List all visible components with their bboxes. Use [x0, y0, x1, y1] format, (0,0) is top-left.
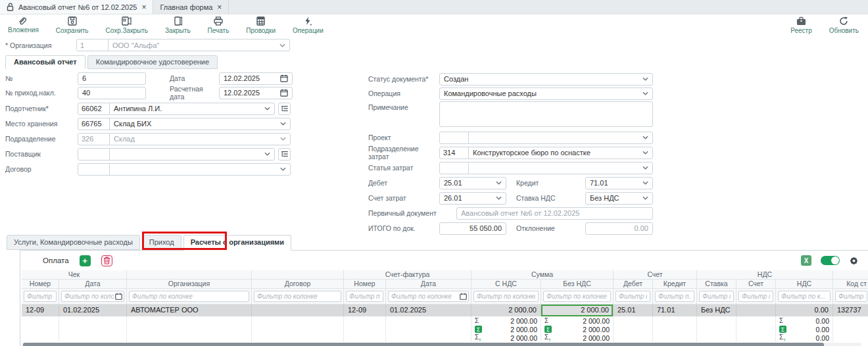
cost-account-select[interactable]: 26.01 [439, 192, 506, 205]
window-tab-advance-report[interactable]: Авансовый отчет №6 от 12.02.2025 × [0, 0, 153, 14]
filter-input[interactable] [61, 291, 124, 302]
receipt-no-label: № приход.накл. [5, 89, 78, 97]
delete-row-button[interactable] [101, 255, 112, 266]
calendar-icon[interactable] [280, 74, 288, 82]
receipt-no-field[interactable] [78, 87, 146, 99]
total-field[interactable] [439, 222, 506, 235]
row-cell-with-vat[interactable]: 2 000.00 [471, 305, 541, 316]
row-cell-contract[interactable] [252, 305, 344, 316]
row-cell-check-number[interactable]: 12-09 [22, 305, 59, 316]
cost-department-select[interactable]: 314 Конструкторское бюро по оснастке [439, 147, 653, 159]
postings-button[interactable]: Проводки [246, 16, 276, 34]
sigma-t-icon: Σт [544, 334, 550, 342]
row-cell-code[interactable]: 132737 [833, 305, 868, 316]
accountable-tree-button[interactable] [278, 103, 291, 115]
col-header-credit[interactable]: Кредит [653, 280, 697, 289]
organization-select[interactable]: 1 ООО "Альфа" [76, 39, 290, 51]
row-cell-check-date[interactable]: 01.02.2025 [59, 305, 127, 316]
tab-services-travel-expenses[interactable]: Услуги, Командировочные расходы [7, 235, 140, 250]
calc-date-label: Расчетная дата [170, 85, 219, 101]
credit-select[interactable]: 71.01 [585, 177, 653, 189]
no-field[interactable] [78, 72, 146, 85]
accountable-select[interactable]: 66062 Антипина Л.И. [78, 103, 275, 115]
filter-input[interactable] [129, 291, 249, 302]
calendar-icon[interactable] [280, 89, 288, 97]
col-header-vat-account[interactable]: Счет [736, 280, 776, 289]
col-header-organization[interactable]: Организация [127, 280, 252, 289]
document-form: № Дата № приход.накл. Расчетная дата Под… [0, 69, 868, 235]
filter-input[interactable] [24, 291, 57, 302]
row-cell-invoice-number[interactable]: 12-09 [344, 305, 386, 316]
settings-gear-button[interactable] [849, 256, 859, 266]
col-header-vat[interactable]: НДС [776, 280, 833, 289]
filter-input[interactable] [254, 291, 341, 302]
tab-receipt[interactable]: Приход [142, 235, 181, 250]
chevron-down-icon [496, 181, 502, 185]
operations-button[interactable]: Операции [293, 16, 324, 34]
filter-input[interactable] [738, 291, 773, 302]
col-header-rate[interactable]: Ставка [697, 280, 736, 289]
excel-export-button[interactable]: X [801, 255, 811, 266]
row-cell-without-vat-selected[interactable]: 2 000.00 [541, 305, 614, 316]
hierarchy-icon [281, 150, 289, 158]
filter-input[interactable] [473, 291, 539, 302]
filter-cell [833, 289, 868, 305]
vat-rate-select[interactable]: Без НДС [585, 192, 653, 205]
tab-settlements-with-organizations[interactable]: Расчеты с организациями [183, 235, 291, 251]
filter-input[interactable] [543, 291, 611, 302]
save-button[interactable]: Сохранить [56, 16, 89, 34]
storage-select[interactable]: 66765 Склад БИХ [78, 118, 291, 130]
add-row-button[interactable]: + [80, 255, 91, 266]
row-cell-organization[interactable]: АВТОМАСТЕР ООО [127, 305, 252, 316]
col-header-contract[interactable]: Договор [252, 280, 344, 289]
close-document-button[interactable]: Закрыть [165, 16, 191, 34]
tab-travel-certificate[interactable]: Командировочное удостоверение [87, 55, 218, 69]
project-select[interactable] [439, 132, 653, 144]
totals-toggle[interactable] [821, 256, 840, 265]
calc-date-field[interactable] [219, 87, 293, 99]
attachments-button[interactable]: Вложения [8, 16, 39, 34]
close-icon[interactable]: × [141, 3, 146, 11]
col-header-check-number[interactable]: Номер [22, 280, 59, 289]
col-header-without-vat[interactable]: Без НДС [541, 280, 614, 289]
cost-item-select[interactable] [439, 162, 653, 174]
col-header-code[interactable]: Код ст [833, 280, 868, 289]
filter-input[interactable] [699, 291, 734, 302]
col-header-debit[interactable]: Дебет [614, 280, 653, 289]
close-icon[interactable]: × [217, 3, 222, 11]
row-cell-vat[interactable]: 0.00 [776, 305, 833, 316]
filter-input[interactable] [778, 291, 831, 302]
filter-input[interactable] [835, 291, 867, 302]
horizontal-scrollbar[interactable] [22, 343, 861, 346]
col-header-invoice-date[interactable]: Дата [386, 280, 471, 289]
row-cell-invoice-date[interactable]: 01.02.2025 [386, 305, 471, 316]
col-header-invoice-number[interactable]: Номер [344, 280, 386, 289]
row-cell-debit[interactable]: 25.01 [614, 305, 653, 316]
scrollbar-thumb[interactable] [23, 343, 824, 346]
date-field[interactable] [219, 72, 293, 85]
status-select[interactable]: Создан [439, 73, 653, 86]
trash-icon [103, 257, 110, 264]
note-field[interactable] [439, 101, 653, 127]
row-cell-vat-account[interactable] [736, 305, 776, 316]
registry-button[interactable]: Реестр [790, 16, 812, 34]
operation-select[interactable]: Командировочные расходы [439, 87, 653, 100]
filter-input[interactable] [346, 291, 383, 302]
filter-input[interactable] [655, 291, 694, 302]
window-tab-main-form[interactable]: Главная форма × [153, 0, 229, 14]
row-cell-rate[interactable]: Без НДС [697, 305, 736, 316]
col-header-check-date[interactable]: Дата [59, 280, 127, 289]
save-close-button[interactable]: Сохр.Закрыть [106, 16, 149, 34]
supplier-tree-button[interactable] [278, 148, 291, 161]
refresh-button[interactable]: Обновить [829, 16, 859, 34]
supplier-select[interactable] [78, 148, 275, 161]
col-header-with-vat[interactable]: С НДС [471, 280, 541, 289]
row-cell-credit[interactable]: 71.01 [653, 305, 697, 316]
tab-advance-report[interactable]: Авансовый отчет [5, 55, 85, 69]
filter-input[interactable] [615, 291, 650, 302]
filter-input[interactable] [388, 291, 469, 302]
debit-select[interactable]: 25.01 [439, 177, 506, 189]
contract-select[interactable] [78, 163, 291, 176]
print-button[interactable]: Печать [208, 16, 229, 34]
department-select[interactable]: 326 Склад [78, 133, 291, 145]
